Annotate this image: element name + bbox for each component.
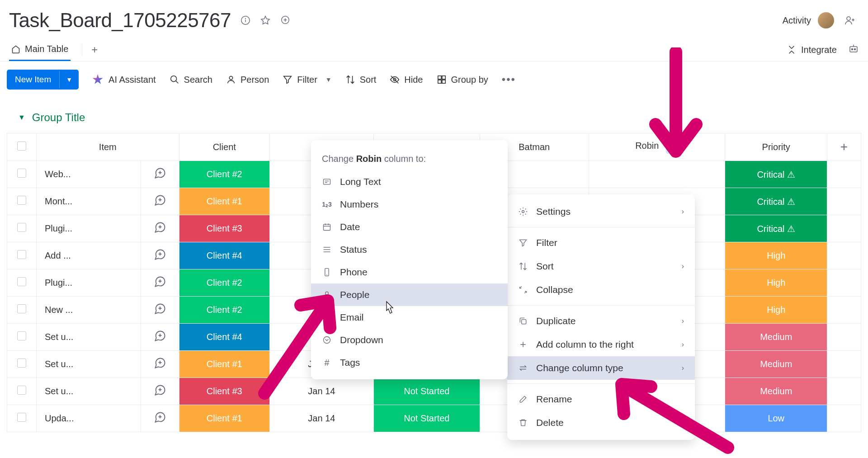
- menu-sort-label: Sort: [536, 261, 554, 272]
- priority-cell[interactable]: High: [725, 297, 827, 324]
- item-cell[interactable]: Set u...: [37, 351, 141, 378]
- priority-cell[interactable]: Medium: [725, 351, 827, 378]
- add-column-button[interactable]: +: [827, 133, 861, 161]
- ai-icon: [92, 74, 103, 85]
- activity-label[interactable]: Activity: [783, 15, 811, 26]
- item-cell[interactable]: Upda...: [37, 405, 141, 432]
- row-checkbox[interactable]: [7, 405, 37, 432]
- priority-cell[interactable]: Medium: [725, 378, 827, 405]
- client-cell[interactable]: Client #1: [179, 188, 269, 215]
- item-cell[interactable]: Set u...: [37, 378, 141, 405]
- board-title[interactable]: Task_Board_1705225767: [9, 9, 231, 32]
- select-all-checkbox[interactable]: [7, 133, 37, 161]
- filter-button[interactable]: Filter ▼: [283, 75, 331, 85]
- item-cell[interactable]: Plugi...: [37, 215, 141, 242]
- menu-filter[interactable]: Filter: [507, 231, 695, 255]
- invite-button[interactable]: [841, 11, 859, 29]
- row-checkbox[interactable]: [7, 351, 37, 378]
- row-checkbox[interactable]: [7, 161, 37, 188]
- comment-button[interactable]: [141, 242, 179, 269]
- row-checkbox[interactable]: [7, 297, 37, 324]
- client-cell[interactable]: Client #3: [179, 215, 269, 242]
- svg-line-15: [175, 81, 178, 84]
- ai-assistant-button[interactable]: AI Assistant: [92, 74, 156, 85]
- comment-button[interactable]: [141, 351, 179, 378]
- svg-point-7: [847, 17, 850, 20]
- collapse-icon: [518, 285, 528, 295]
- priority-cell[interactable]: Critical ⚠: [725, 215, 827, 242]
- tab-main-table-label: Main Table: [25, 44, 68, 54]
- tab-main-table[interactable]: Main Table: [9, 38, 71, 61]
- phone-icon: [322, 267, 332, 277]
- add-tab-button[interactable]: +: [82, 43, 107, 56]
- comment-button[interactable]: [141, 188, 179, 215]
- priority-cell[interactable]: Critical ⚠: [725, 188, 827, 215]
- menu-delete-label: Delete: [536, 417, 564, 428]
- more-options-button[interactable]: •••: [502, 73, 516, 86]
- priority-cell[interactable]: Medium: [725, 324, 827, 351]
- item-cell[interactable]: Web...: [37, 161, 141, 188]
- new-item-dropdown[interactable]: ▼: [59, 71, 79, 88]
- priority-cell[interactable]: High: [725, 269, 827, 297]
- svg-point-16: [229, 76, 232, 80]
- automation-icon[interactable]: [848, 43, 859, 56]
- menu-sort[interactable]: Sort ›: [507, 255, 695, 278]
- info-icon[interactable]: [240, 15, 251, 26]
- row-checkbox[interactable]: [7, 242, 37, 269]
- group-title[interactable]: Group Title: [32, 111, 85, 124]
- client-cell[interactable]: Client #2: [179, 161, 269, 188]
- comment-button[interactable]: [141, 269, 179, 297]
- item-cell[interactable]: Set u...: [37, 324, 141, 351]
- comment-button[interactable]: [141, 297, 179, 324]
- status-cell[interactable]: Not Started: [373, 405, 480, 432]
- priority-cell[interactable]: Critical ⚠: [725, 161, 827, 188]
- sort-button[interactable]: Sort: [345, 75, 377, 85]
- new-item-button[interactable]: New Item ▼: [7, 70, 79, 90]
- integrate-button[interactable]: Integrate: [787, 45, 837, 55]
- group-header[interactable]: ▼ Group Title: [0, 98, 868, 133]
- column-header-item[interactable]: Item: [37, 133, 179, 161]
- priority-cell[interactable]: High: [725, 242, 827, 269]
- group-by-button[interactable]: Group by: [437, 75, 488, 85]
- date-cell[interactable]: Jan 14: [269, 405, 373, 432]
- item-cell[interactable]: New ...: [37, 297, 141, 324]
- type-date[interactable]: Date: [311, 216, 508, 238]
- client-cell[interactable]: Client #4: [179, 242, 269, 269]
- row-checkbox[interactable]: [7, 378, 37, 405]
- menu-add-column[interactable]: Add column to the right ›: [507, 333, 695, 356]
- priority-cell[interactable]: Low: [725, 405, 827, 432]
- type-long-text[interactable]: Long Text: [311, 170, 508, 193]
- menu-duplicate[interactable]: Duplicate ›: [507, 309, 695, 333]
- item-cell[interactable]: Mont...: [37, 188, 141, 215]
- menu-settings[interactable]: Settings ›: [507, 200, 695, 223]
- type-date-label: Date: [340, 222, 360, 232]
- item-cell[interactable]: Add ...: [37, 242, 141, 269]
- new-item-label[interactable]: New Item: [7, 70, 59, 90]
- column-header-priority[interactable]: Priority: [725, 133, 827, 161]
- person-button[interactable]: Person: [226, 75, 269, 85]
- row-checkbox[interactable]: [7, 324, 37, 351]
- menu-collapse[interactable]: Collapse: [507, 278, 695, 302]
- comment-button[interactable]: [141, 161, 179, 188]
- star-icon[interactable]: [260, 15, 271, 26]
- type-status[interactable]: Status: [311, 238, 508, 261]
- row-checkbox[interactable]: [7, 188, 37, 215]
- column-header-client[interactable]: Client: [179, 133, 269, 161]
- comment-button[interactable]: [141, 215, 179, 242]
- text-icon: [322, 177, 332, 187]
- hide-button[interactable]: Hide: [390, 75, 423, 85]
- type-numbers[interactable]: 1₂3 Numbers: [311, 193, 508, 216]
- avatar[interactable]: [818, 12, 834, 28]
- row-checkbox[interactable]: [7, 215, 37, 242]
- discussion-icon[interactable]: [280, 15, 291, 26]
- client-cell[interactable]: Client #1: [179, 405, 269, 432]
- search-button[interactable]: Search: [170, 75, 212, 85]
- status-cell[interactable]: Not Started: [373, 378, 480, 405]
- svg-point-11: [852, 49, 853, 50]
- row-checkbox[interactable]: [7, 269, 37, 297]
- comment-button[interactable]: [141, 405, 179, 432]
- type-phone[interactable]: Phone: [311, 261, 508, 283]
- comment-button[interactable]: [141, 324, 179, 351]
- comment-button[interactable]: [141, 378, 179, 405]
- item-cell[interactable]: Plugi...: [37, 269, 141, 297]
